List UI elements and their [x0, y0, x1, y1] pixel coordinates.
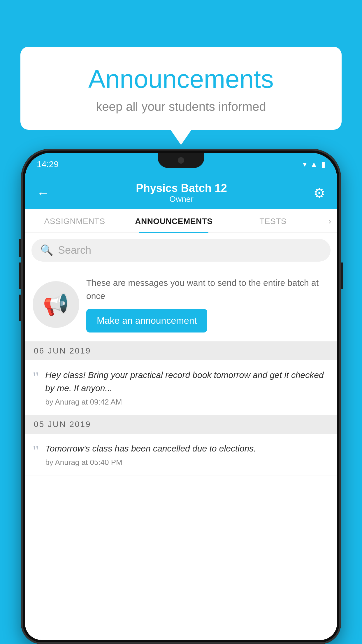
search-container: 🔍 Search — [25, 233, 337, 267]
announcement-text-block-2: Tomorrow's class has been cancelled due … — [45, 442, 329, 467]
quote-icon-2: " — [33, 444, 39, 459]
announcement-meta-2: by Anurag at 05:40 PM — [45, 458, 329, 467]
search-icon: 🔍 — [40, 244, 53, 256]
announcement-icon-circle: 📢 — [33, 281, 79, 328]
tab-announcements[interactable]: ANNOUNCEMENTS — [124, 209, 223, 232]
app-header: ← Physics Batch 12 Owner ⚙ — [25, 176, 337, 209]
date-separator-1: 06 JUN 2019 — [25, 342, 337, 360]
make-announcement-button[interactable]: Make an announcement — [86, 309, 207, 332]
promo-right: These are messages you want to send to t… — [86, 276, 329, 332]
settings-icon[interactable]: ⚙ — [313, 185, 325, 201]
bubble-subtitle: keep all your students informed — [35, 100, 327, 114]
announcement-item-1[interactable]: " Hey class! Bring your practical record… — [25, 360, 337, 415]
wifi-icon: ▾ — [303, 160, 307, 169]
status-time: 14:29 — [37, 159, 59, 169]
tab-tests[interactable]: TESTS — [223, 209, 322, 232]
phone-notch — [158, 153, 204, 168]
speech-bubble: Announcements keep all your students inf… — [20, 47, 342, 130]
search-placeholder: Search — [58, 244, 91, 256]
promo-block: 📢 These are messages you want to send to… — [25, 267, 337, 342]
promo-description: These are messages you want to send to t… — [86, 276, 329, 302]
date-separator-2: 05 JUN 2019 — [25, 415, 337, 434]
user-role: Owner — [136, 195, 227, 204]
announcement-text-1: Hey class! Bring your practical record b… — [45, 368, 329, 395]
megaphone-icon: 📢 — [43, 292, 69, 317]
status-bar: 14:29 ▾ ▲ ▮ — [25, 153, 337, 176]
bubble-title: Announcements — [35, 64, 327, 94]
camera — [178, 157, 184, 164]
announcement-item-2[interactable]: " Tomorrow's class has been cancelled du… — [25, 434, 337, 475]
batch-name: Physics Batch 12 — [136, 182, 227, 195]
announcement-text-2: Tomorrow's class has been cancelled due … — [45, 442, 329, 455]
battery-icon: ▮ — [321, 160, 325, 169]
back-button[interactable]: ← — [37, 186, 50, 200]
tab-bar: ASSIGNMENTS ANNOUNCEMENTS TESTS › — [25, 209, 337, 233]
announcement-text-block-1: Hey class! Bring your practical record b… — [45, 368, 329, 407]
status-icons: ▾ ▲ ▮ — [303, 160, 325, 169]
announcement-meta-1: by Anurag at 09:42 AM — [45, 398, 329, 407]
header-title-block: Physics Batch 12 Owner — [136, 182, 227, 204]
phone-screen: 14:29 ▾ ▲ ▮ ← Physics Batch 12 Owner ⚙ A… — [25, 153, 337, 640]
tab-more[interactable]: › — [323, 209, 337, 232]
quote-icon-1: " — [33, 370, 39, 385]
signal-icon: ▲ — [310, 160, 318, 169]
tab-assignments[interactable]: ASSIGNMENTS — [25, 209, 124, 232]
search-bar[interactable]: 🔍 Search — [31, 239, 331, 262]
